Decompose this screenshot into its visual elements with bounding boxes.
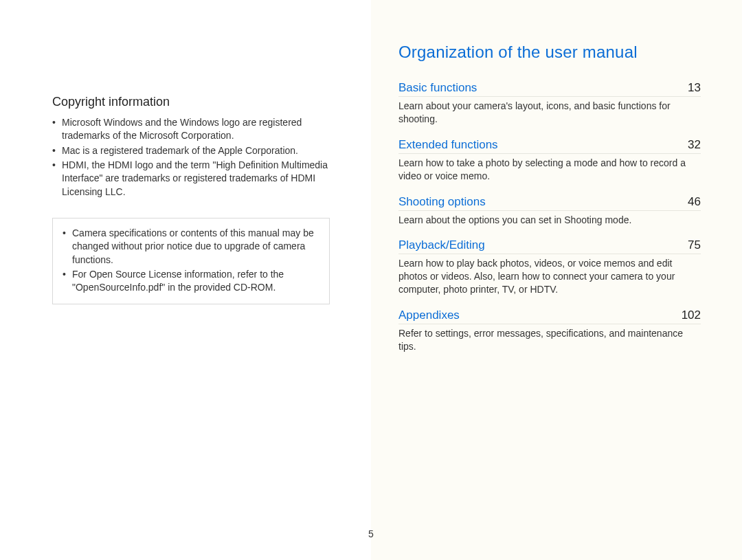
- toc-desc: Learn how to take a photo by selecting a…: [398, 157, 701, 183]
- toc-row: Appendixes 102: [398, 309, 701, 324]
- toc-entry-extended-functions: Extended functions 32 Learn how to take …: [398, 138, 701, 183]
- toc-entry-appendixes: Appendixes 102 Refer to settings, error …: [398, 309, 701, 353]
- organization-title: Organization of the user manual: [398, 43, 701, 62]
- toc-entry-basic-functions: Basic functions 13 Learn about your came…: [398, 81, 701, 126]
- toc-title: Playback/Editing: [398, 238, 485, 252]
- toc-page: 46: [688, 195, 701, 209]
- copyright-bullets: Microsoft Windows and the Windows logo a…: [52, 116, 330, 199]
- left-column: Copyright information Microsoft Windows …: [0, 0, 371, 560]
- toc-title: Appendixes: [398, 309, 460, 322]
- note-box: Camera specifications or contents of thi…: [52, 218, 330, 305]
- toc-row: Shooting options 46: [398, 195, 701, 211]
- toc-row: Playback/Editing 75: [398, 238, 701, 254]
- toc-title: Basic functions: [398, 81, 477, 95]
- manual-page: Copyright information Microsoft Windows …: [0, 0, 742, 560]
- toc-page: 102: [682, 309, 701, 322]
- toc-page: 32: [688, 138, 701, 152]
- bullet-item: HDMI, the HDMI logo and the term "High D…: [52, 159, 330, 199]
- right-column: Organization of the user manual Basic fu…: [371, 0, 742, 560]
- toc-title: Extended functions: [398, 138, 498, 152]
- toc-title: Shooting options: [398, 195, 486, 209]
- toc-row: Basic functions 13: [398, 81, 701, 97]
- bullet-item: Microsoft Windows and the Windows logo a…: [52, 116, 330, 143]
- toc-page: 13: [688, 81, 701, 95]
- toc-page: 75: [688, 238, 701, 252]
- toc-entry-shooting-options: Shooting options 46 Learn about the opti…: [398, 195, 701, 227]
- bullet-item: Camera specifications or contents of thi…: [63, 227, 319, 267]
- toc-desc: Learn how to play back photos, videos, o…: [398, 257, 701, 296]
- toc-entry-playback-editing: Playback/Editing 75 Learn how to play ba…: [398, 238, 701, 296]
- note-bullets: Camera specifications or contents of thi…: [63, 227, 319, 295]
- toc-desc: Learn about your camera's layout, icons,…: [398, 100, 701, 126]
- page-number: 5: [0, 528, 742, 539]
- bullet-item: For Open Source License information, ref…: [63, 268, 319, 295]
- toc-row: Extended functions 32: [398, 138, 701, 154]
- toc-desc: Refer to settings, error messages, speci…: [398, 327, 701, 353]
- bullet-item: Mac is a registered trademark of the App…: [52, 144, 330, 157]
- copyright-heading: Copyright information: [52, 95, 330, 109]
- toc-desc: Learn about the options you can set in S…: [398, 214, 701, 227]
